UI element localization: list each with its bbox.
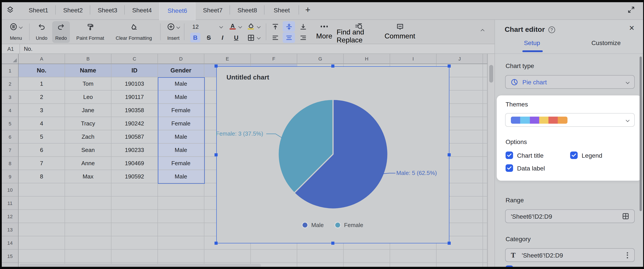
row-header-6[interactable]: 6 <box>2 130 18 144</box>
cell-A11[interactable] <box>18 197 65 210</box>
find-replace-button[interactable]: Find and Replace <box>336 31 382 41</box>
cell-D14[interactable] <box>158 236 204 250</box>
cell-A5[interactable]: 4 <box>18 117 65 130</box>
cell-K1[interactable] <box>483 64 488 77</box>
cell-A7[interactable]: 6 <box>18 144 65 157</box>
cell-B15[interactable] <box>65 250 112 263</box>
cell-A2[interactable]: 1 <box>18 77 65 91</box>
cell-K8[interactable] <box>483 157 488 170</box>
column-header-F[interactable]: F <box>251 54 297 64</box>
sheet-tab-sheet[interactable]: Sheet <box>264 0 299 20</box>
cell-E15[interactable] <box>204 250 251 263</box>
cell-B7[interactable]: Sean <box>65 144 112 157</box>
cell-B6[interactable]: Zach <box>65 130 112 144</box>
row-header-11[interactable]: 11 <box>2 197 18 210</box>
fill-color-button[interactable] <box>246 22 256 31</box>
checkbox-icon[interactable] <box>506 152 513 159</box>
cell-K9[interactable] <box>483 170 488 183</box>
cell-C13[interactable] <box>112 223 158 236</box>
column-header-D[interactable]: D <box>158 54 204 64</box>
cell-A8[interactable]: 7 <box>18 157 65 170</box>
cell-B2[interactable]: Tom <box>65 77 112 91</box>
column-header-partial[interactable] <box>483 54 488 64</box>
cell-B11[interactable] <box>65 197 112 210</box>
cell-C11[interactable] <box>112 197 158 210</box>
chart-handle-bottom-mid[interactable] <box>331 242 334 245</box>
range-input[interactable]: 'Sheet6'!D2:D9 <box>505 209 635 223</box>
redo-button[interactable]: Redo <box>52 21 70 43</box>
cell-K2[interactable] <box>483 77 488 91</box>
bold-button[interactable]: B <box>190 33 200 42</box>
align-middle-button[interactable] <box>283 21 295 32</box>
row-header-7[interactable]: 7 <box>2 144 18 157</box>
cell-A15[interactable] <box>18 250 65 263</box>
formula-input[interactable]: No. <box>24 44 32 54</box>
themes-dropdown[interactable] <box>505 113 635 127</box>
cell-D2[interactable]: Male <box>158 77 204 91</box>
cell-B3[interactable]: Leo <box>65 91 112 104</box>
chart-type-dropdown[interactable]: Pie chart <box>505 75 635 89</box>
insert-button[interactable]: Insert <box>163 21 184 43</box>
cell-C1[interactable]: ID <box>112 64 158 77</box>
cell-D13[interactable] <box>158 223 204 236</box>
cell-D6[interactable]: Male <box>158 130 204 144</box>
collapse-toolbar-button[interactable] <box>478 26 486 35</box>
clear-formatting-button[interactable]: Clear Formatting <box>110 21 157 43</box>
undo-button[interactable]: Undo <box>32 21 51 43</box>
column-header-A[interactable]: A <box>18 54 65 64</box>
sheet-tab-sheet7[interactable]: Sheet7 <box>196 0 230 20</box>
cell-K10[interactable] <box>483 183 488 197</box>
cell-D1[interactable]: Gender <box>158 64 204 77</box>
chart-object[interactable]: Untitled chart Female: 3 (37.5%) Male: 5… <box>216 66 450 243</box>
font-size-dropdown[interactable] <box>218 22 225 31</box>
cell-B5[interactable]: Tracy <box>65 117 112 130</box>
cell-K13[interactable] <box>483 223 488 236</box>
row-header-15[interactable]: 15 <box>2 250 18 263</box>
chart-handle-mid-right[interactable] <box>448 153 451 156</box>
cell-B8[interactable]: Anne <box>65 157 112 170</box>
checkbox-icon[interactable] <box>570 152 578 159</box>
cell-D7[interactable]: Male <box>158 144 204 157</box>
row-header-9[interactable]: 9 <box>2 170 18 183</box>
cell-K3[interactable] <box>483 91 488 104</box>
cell-D8[interactable]: Female <box>158 157 204 170</box>
row-header-1[interactable]: 1 <box>2 64 18 77</box>
checkbox-chart-title[interactable]: Chart title <box>506 152 570 159</box>
cell-B13[interactable] <box>65 223 112 236</box>
comment-button[interactable]: Comment <box>381 31 418 41</box>
row-header-3[interactable]: 3 <box>2 91 18 104</box>
align-left-button[interactable] <box>271 33 279 42</box>
tab-setup[interactable]: Setup <box>495 39 569 46</box>
cell-K14[interactable] <box>483 236 488 250</box>
cell-B12[interactable] <box>65 210 112 223</box>
cell-A12[interactable] <box>18 210 65 223</box>
cell-C14[interactable] <box>112 236 158 250</box>
sheet-tab-sheet1[interactable]: Sheet1 <box>21 0 56 20</box>
kebab-menu-icon[interactable] <box>627 252 628 258</box>
cell-K15[interactable] <box>483 250 488 263</box>
chart-handle-bottom-right[interactable] <box>448 242 451 245</box>
chart-handle-top-mid[interactable] <box>331 64 334 68</box>
cell-K11[interactable] <box>483 197 488 210</box>
row-header-2[interactable]: 2 <box>2 77 18 91</box>
cell-D12[interactable] <box>158 210 204 223</box>
chart-title[interactable]: Untitled chart <box>226 73 269 81</box>
sheet-tab-sheet6[interactable]: Sheet6 <box>159 0 196 20</box>
align-center-button[interactable] <box>283 32 295 43</box>
cell-J15[interactable] <box>436 250 483 263</box>
align-bottom-button[interactable] <box>299 22 307 31</box>
cell-B14[interactable] <box>65 236 112 250</box>
align-top-button[interactable] <box>271 22 279 31</box>
cell-C10[interactable] <box>112 183 158 197</box>
column-header-C[interactable]: C <box>112 54 158 64</box>
add-sheet-button[interactable]: + <box>299 0 317 20</box>
column-header-G[interactable]: G <box>297 54 344 64</box>
cell-C9[interactable]: 190592 <box>112 170 158 183</box>
borders-dropdown[interactable] <box>256 33 262 42</box>
expand-icon[interactable] <box>627 6 635 14</box>
sheet-list-icon[interactable] <box>6 6 14 14</box>
sheet-tab-sheet8[interactable]: Sheet8 <box>230 0 264 20</box>
cell-K7[interactable] <box>483 144 488 157</box>
cell-K5[interactable] <box>483 117 488 130</box>
cell-B4[interactable]: Jane <box>65 104 112 117</box>
